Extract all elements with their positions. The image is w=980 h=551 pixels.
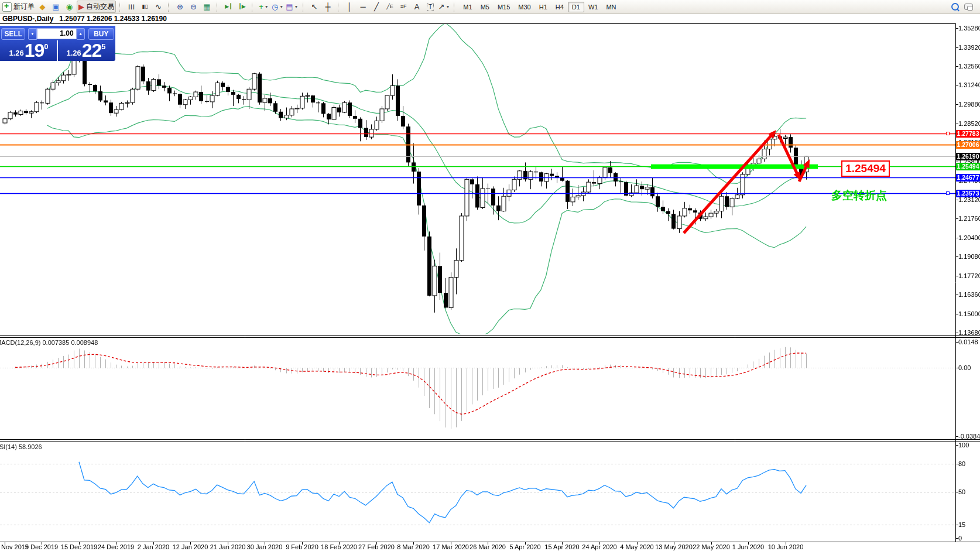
zoom-in-icon: ⊕ bbox=[177, 3, 183, 11]
trendline-button[interactable]: ╱ bbox=[371, 1, 383, 13]
horizontal-line-icon: ─ bbox=[360, 3, 365, 11]
timeframe-mn-button[interactable]: MN bbox=[602, 2, 620, 12]
tile-windows-icon: ▦ bbox=[203, 3, 210, 11]
channel-icon: ╱E bbox=[386, 4, 393, 9]
panel-divider bbox=[57, 40, 58, 61]
fibonacci-button[interactable]: ≡F bbox=[398, 1, 410, 13]
indicators-button[interactable]: +▼ bbox=[258, 1, 270, 13]
text-button[interactable]: A bbox=[411, 1, 423, 13]
timeframe-d1-button[interactable]: D1 bbox=[568, 2, 584, 12]
chart-window-icon: ▣ bbox=[52, 3, 59, 11]
caret-down-icon: ▼ bbox=[265, 5, 269, 9]
crosshair-button[interactable]: ┼ bbox=[322, 1, 334, 13]
volume-decrease-button[interactable]: ▼ bbox=[28, 28, 36, 40]
text-icon: A bbox=[414, 3, 420, 11]
line-chart-icon: ∿ bbox=[155, 3, 162, 11]
autotrading-button[interactable]: ▶自动交易 bbox=[77, 1, 116, 13]
cursor-icon: ↖ bbox=[311, 3, 318, 11]
line-chart-button[interactable]: ∿ bbox=[152, 1, 165, 13]
caret-down-icon: ▼ bbox=[294, 5, 299, 9]
price-chart-canvas[interactable] bbox=[0, 0, 980, 551]
autotrading-button-label: 自动交易 bbox=[86, 2, 114, 12]
timeframe-m30-button[interactable]: M30 bbox=[514, 2, 534, 12]
new-order-icon bbox=[2, 2, 12, 12]
caret-down-icon: ▼ bbox=[279, 5, 283, 9]
one-click-trading-panel: SELL ▼ 1.00 ▲ BUY 1.26 19 0 1.26 22 5 bbox=[0, 26, 115, 61]
cursor-button[interactable]: ↖ bbox=[309, 1, 321, 13]
timeframe-h4-button[interactable]: H4 bbox=[551, 2, 568, 12]
volume-increase-button[interactable]: ▲ bbox=[77, 28, 85, 40]
template-icon: ▤ bbox=[286, 3, 293, 11]
timeframe-m15-button[interactable]: M15 bbox=[494, 2, 514, 12]
arrow-object-icon: ↗ bbox=[438, 3, 445, 11]
vertical-line-button[interactable]: │ bbox=[344, 1, 356, 13]
signals-button[interactable]: ◉ bbox=[63, 1, 76, 13]
profiles-button[interactable]: ◆ bbox=[36, 1, 49, 13]
bar-chart-button[interactable]: ☰ bbox=[125, 1, 138, 13]
search-button[interactable] bbox=[949, 1, 961, 13]
new-order-button[interactable]: 新订单 bbox=[2, 1, 35, 13]
buy-price-pip: 5 bbox=[101, 42, 105, 51]
trendline-icon: ╱ bbox=[374, 3, 379, 11]
chart-symbol-title: GBPUSD-,Daily bbox=[2, 15, 53, 23]
zoom-out-icon: ⊖ bbox=[190, 3, 197, 11]
sell-button[interactable]: SELL bbox=[1, 28, 25, 40]
buy-price-display[interactable]: 1.26 22 5 bbox=[57, 40, 115, 61]
vertical-line-icon: │ bbox=[347, 3, 352, 11]
sell-price-pip: 0 bbox=[44, 42, 48, 51]
main-toolbar: 新订单◆▣◉▶自动交易☰▮▯∿⊕⊖▦▶┃┃▶+▼◷▼▤▼↖┼│─╱╱E≡FAT↗… bbox=[0, 0, 980, 14]
chart-shift-icon: ┃▶ bbox=[238, 4, 245, 9]
sell-price-big: 19 bbox=[25, 40, 44, 61]
candlestick-chart-button[interactable]: ▮▯ bbox=[139, 1, 151, 13]
bar-chart-icon: ☰ bbox=[128, 4, 135, 10]
chart-title-row: GBPUSD-,Daily 1.25077 1.26206 1.24533 1.… bbox=[0, 14, 980, 23]
buy-button[interactable]: BUY bbox=[88, 28, 114, 40]
caret-down-icon: ▼ bbox=[30, 32, 35, 36]
caret-down-icon: ▼ bbox=[446, 5, 450, 9]
periods-button[interactable]: ◷▼ bbox=[271, 1, 284, 13]
profiles-icon: ◆ bbox=[40, 3, 46, 11]
text-label-button[interactable]: T bbox=[424, 1, 437, 13]
signal-icon: ◉ bbox=[66, 3, 73, 11]
autotrading-icon: ▶ bbox=[78, 3, 84, 11]
chat-button[interactable] bbox=[962, 1, 975, 13]
new-order-button-label: 新订单 bbox=[13, 2, 35, 12]
timeframe-m1-button[interactable]: M1 bbox=[459, 2, 476, 12]
chart-ohlc-values: 1.25077 1.26206 1.24533 1.26190 bbox=[59, 15, 167, 23]
clock-icon: ◷ bbox=[272, 3, 278, 11]
buy-price-big: 22 bbox=[82, 40, 102, 61]
horizontal-line-button[interactable]: ─ bbox=[357, 1, 369, 13]
zoom-out-button[interactable]: ⊖ bbox=[187, 1, 200, 13]
timeframe-m5-button[interactable]: M5 bbox=[477, 2, 494, 12]
buy-price-prefix: 1.26 bbox=[66, 49, 81, 57]
templates-button[interactable]: ▤▼ bbox=[285, 1, 299, 13]
zoom-in-button[interactable]: ⊕ bbox=[174, 1, 186, 13]
fibonacci-icon: ≡F bbox=[400, 4, 407, 9]
timeframe-w1-button[interactable]: W1 bbox=[584, 2, 602, 12]
volume-input[interactable]: 1.00 bbox=[37, 28, 77, 39]
sell-price-prefix: 1.26 bbox=[9, 49, 23, 57]
auto-scroll-icon: ▶┃ bbox=[225, 4, 232, 9]
sell-price-display[interactable]: 1.26 19 0 bbox=[0, 40, 57, 61]
chat-icon bbox=[964, 4, 973, 10]
crosshair-icon: ┼ bbox=[325, 3, 330, 11]
auto-scroll-button[interactable]: ▶┃ bbox=[222, 1, 235, 13]
new-chart-button[interactable]: ▣ bbox=[50, 1, 62, 13]
arrows-button[interactable]: ↗▼ bbox=[438, 1, 451, 13]
timeframe-h1-button[interactable]: H1 bbox=[535, 2, 551, 12]
candlestick-icon: ▮▯ bbox=[142, 4, 148, 9]
text-label-icon: T bbox=[427, 4, 434, 11]
caret-up-icon: ▲ bbox=[78, 32, 83, 36]
chart-shift-button[interactable]: ┃▶ bbox=[236, 1, 248, 13]
indicators-plus-icon: + bbox=[259, 3, 263, 11]
channel-button[interactable]: ╱E bbox=[384, 1, 396, 13]
search-icon bbox=[951, 3, 959, 11]
tile-windows-button[interactable]: ▦ bbox=[201, 1, 213, 13]
